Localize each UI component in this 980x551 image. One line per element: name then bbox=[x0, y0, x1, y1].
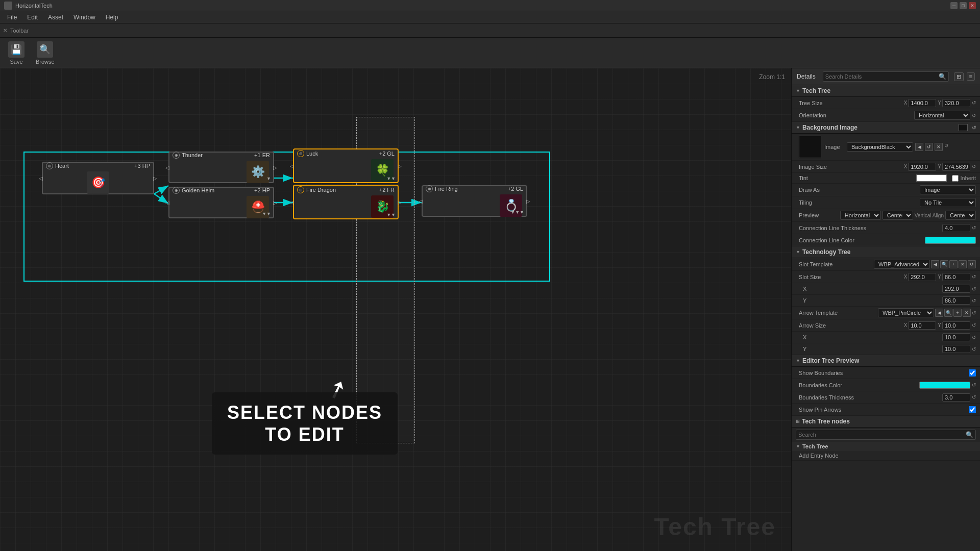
menu-help[interactable]: Help bbox=[101, 11, 124, 23]
slot-template-nav-prev[interactable]: ◀ bbox=[931, 260, 939, 268]
arrow-template-clear[interactable]: ✕ bbox=[963, 309, 971, 317]
slot-y-reset[interactable]: ↺ bbox=[972, 298, 976, 304]
nodes-search-input[interactable] bbox=[798, 432, 966, 438]
img-size-reset-btn[interactable]: ↺ bbox=[972, 164, 976, 169]
arrow-size-x-input[interactable] bbox=[908, 321, 936, 330]
node-fire-ring[interactable]: ⊕ Fire Ring +2 GL 💍 ◁ ▷ ▼▼▼ bbox=[422, 185, 527, 217]
browse-button[interactable]: 🔍 Browse bbox=[33, 39, 58, 67]
tree-size-y-input[interactable] bbox=[942, 99, 970, 107]
draw-as-select[interactable]: Image Box Border bbox=[920, 185, 976, 194]
boundaries-thickness-reset[interactable]: ↺ bbox=[972, 394, 976, 400]
orientation-select[interactable]: Horizontal Vertical bbox=[914, 111, 970, 120]
arrow-size-reset[interactable]: ↺ bbox=[972, 322, 976, 328]
boundaries-color-reset[interactable]: ↺ bbox=[972, 382, 976, 388]
close-btn[interactable]: ✕ bbox=[969, 2, 976, 9]
save-button[interactable]: 💾 Save bbox=[5, 39, 28, 67]
slot-size-reset[interactable]: ↺ bbox=[972, 274, 976, 280]
tech-tree-section-header[interactable]: ▼ Tech Tree bbox=[792, 85, 980, 97]
slot-x-reset[interactable]: ↺ bbox=[972, 286, 976, 292]
conn-thickness-reset[interactable]: ↺ bbox=[972, 225, 976, 231]
preview-center-select[interactable]: Center bbox=[883, 211, 913, 220]
arrow-template-search[interactable]: 🔍 bbox=[944, 309, 952, 317]
arrow-y-input[interactable] bbox=[942, 345, 970, 353]
arrow-x-input[interactable] bbox=[942, 333, 970, 341]
arrow-template-add[interactable]: + bbox=[953, 309, 962, 317]
details-list-btn[interactable]: ≡ bbox=[967, 72, 975, 81]
slot-template-clear-btn[interactable]: ✕ bbox=[959, 260, 967, 268]
preview-vcenter-select[interactable]: Center bbox=[945, 211, 976, 220]
conn-line-thickness-row: Connection Line Thickness ↺ bbox=[792, 222, 980, 234]
slot-y-input[interactable] bbox=[942, 296, 970, 305]
show-boundaries-checkbox[interactable] bbox=[969, 369, 976, 377]
node-fire-dragon[interactable]: ⊕ Fire Dragon +2 FR 🐉 ◁ ▷ ▼▼ bbox=[293, 185, 399, 219]
arrow-size-y-input[interactable] bbox=[942, 321, 970, 330]
tiling-select[interactable]: No Tile Horizontal Vertical Both bbox=[920, 198, 976, 207]
slot-size-x-input[interactable] bbox=[908, 273, 936, 281]
arrow-template-select[interactable]: WBP_PinCircle bbox=[878, 308, 934, 317]
node-thunder-dropdown[interactable]: ▼ bbox=[266, 176, 271, 181]
arrow-template-reset[interactable]: ↺ bbox=[972, 310, 976, 316]
details-search-input[interactable] bbox=[825, 73, 939, 80]
tint-inherit-checkbox[interactable] bbox=[952, 175, 959, 182]
tech-tree-nodes-section-header[interactable]: ⊞ Tech Tree nodes bbox=[792, 416, 980, 428]
orientation-reset-btn[interactable]: ↺ bbox=[972, 113, 976, 118]
technology-tree-section-header[interactable]: ▼ Technology Tree bbox=[792, 246, 980, 258]
node-firering-dropdown[interactable]: ▼▼▼ bbox=[510, 210, 524, 215]
show-boundaries-label: Show Boundaries bbox=[799, 370, 969, 376]
slot-template-select[interactable]: WBP_AdvancedHorizontalSlot bbox=[874, 260, 930, 269]
image-refresh-btn[interactable]: ↺ bbox=[925, 143, 933, 151]
slot-template-search-btn[interactable]: 🔍 bbox=[940, 260, 948, 268]
image-size-y-input[interactable] bbox=[942, 163, 970, 171]
image-nav-prev[interactable]: ◀ bbox=[915, 143, 923, 151]
details-grid-btn[interactable]: ⊞ bbox=[954, 72, 964, 81]
image-size-x-input[interactable] bbox=[908, 163, 936, 171]
minimize-btn[interactable]: ─ bbox=[950, 2, 958, 9]
slot-template-browse-btn[interactable]: ↺ bbox=[968, 260, 976, 268]
arrow-template-nav[interactable]: ◀ bbox=[935, 309, 943, 317]
node-luck[interactable]: ⊕ Luck +2 GL 🍀 ◁ ▷ ▼▼ bbox=[293, 148, 399, 183]
add-entry-node-item[interactable]: Add Entry Node bbox=[792, 451, 980, 461]
canvas-area[interactable]: Zoom 1:1 ⊕ Hear bbox=[0, 68, 791, 551]
arrow-x-reset[interactable]: ↺ bbox=[972, 335, 976, 340]
node-heart-stat: +3 HP bbox=[134, 163, 150, 169]
node-heart[interactable]: ⊕ Heart +3 HP 🎯 ◁ ▷ bbox=[42, 162, 154, 194]
conn-line-color-swatch[interactable] bbox=[925, 237, 976, 244]
tech-tree-node-section[interactable]: ▼ Tech Tree bbox=[792, 442, 980, 451]
preview-h-select[interactable]: Horizontal A bbox=[840, 211, 881, 220]
node-luck-dropdown[interactable]: ▼▼ bbox=[386, 176, 396, 181]
image-select[interactable]: BackgroundBlack bbox=[847, 142, 913, 152]
tint-color-swatch[interactable] bbox=[916, 174, 947, 182]
maximize-btn[interactable]: □ bbox=[960, 2, 967, 9]
slot-size-y-label: Y bbox=[938, 274, 941, 280]
slot-size-y-input[interactable] bbox=[942, 273, 970, 281]
node-firering-right-connector: ▷ bbox=[526, 198, 530, 204]
image-clear-btn[interactable]: ✕ bbox=[935, 143, 943, 151]
slot-x-input[interactable] bbox=[942, 285, 970, 293]
slot-template-add-btn[interactable]: + bbox=[949, 260, 958, 268]
tiling-row: Tiling No Tile Horizontal Vertical Both bbox=[792, 196, 980, 209]
tree-size-reset-btn[interactable]: ↺ bbox=[972, 100, 976, 106]
arrow-y-reset[interactable]: ↺ bbox=[972, 346, 976, 352]
boundaries-color-swatch[interactable] bbox=[919, 382, 970, 389]
menu-edit[interactable]: Edit bbox=[22, 11, 43, 23]
toolbar-label: Toolbar bbox=[10, 28, 29, 34]
tree-size-x-input[interactable] bbox=[908, 99, 936, 107]
show-pin-arrows-checkbox[interactable] bbox=[969, 406, 976, 413]
menu-asset[interactable]: Asset bbox=[43, 11, 68, 23]
bg-image-reset-btn[interactable]: ↺ bbox=[972, 125, 976, 131]
conn-line-thickness-input[interactable] bbox=[942, 224, 970, 232]
node-golden-helm[interactable]: ⊕ Golden Helm +2 HP ⛑️ ◁ ▷ ▼▼ bbox=[168, 187, 274, 218]
bg-image-section-header[interactable]: ▼ Background Image ↺ bbox=[792, 122, 980, 134]
menu-window[interactable]: Window bbox=[68, 11, 101, 23]
arrow-y-row: Y ↺ bbox=[792, 343, 980, 355]
editor-tree-preview-section-header[interactable]: ▼ Editor Tree Preview bbox=[792, 355, 980, 367]
preview-label: Preview bbox=[799, 212, 840, 218]
boundaries-thickness-input[interactable] bbox=[942, 393, 970, 402]
node-firedragon-dropdown[interactable]: ▼▼ bbox=[386, 212, 396, 217]
image-size-label: Image Size bbox=[799, 164, 904, 170]
node-goldenhelm-dropdown[interactable]: ▼▼ bbox=[262, 211, 271, 216]
node-thunder[interactable]: ⊕ Thunder +1 ER ⚙️ ◁ ▷ ▼ bbox=[168, 152, 274, 183]
slot-size-label: Slot Size bbox=[799, 274, 904, 280]
menu-file[interactable]: File bbox=[2, 11, 22, 23]
image-reset-btn[interactable]: ↺ bbox=[944, 143, 948, 151]
